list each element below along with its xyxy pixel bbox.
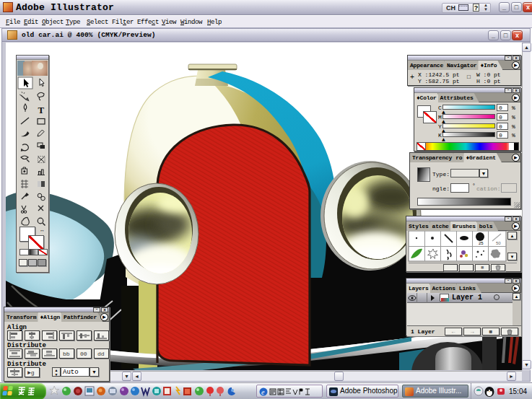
- svg-text:bb: bb: [63, 351, 70, 357]
- svg-text:00: 00: [80, 351, 87, 357]
- svg-text:►g: ►g: [27, 369, 35, 376]
- svg-text:50: 50: [496, 241, 501, 245]
- svg-text:15:04: 15:04: [509, 387, 527, 395]
- svg-text:dd: dd: [97, 351, 105, 357]
- svg-text:e: e: [261, 388, 265, 396]
- svg-text:25: 25: [479, 241, 484, 245]
- svg-text:T: T: [38, 105, 45, 115]
